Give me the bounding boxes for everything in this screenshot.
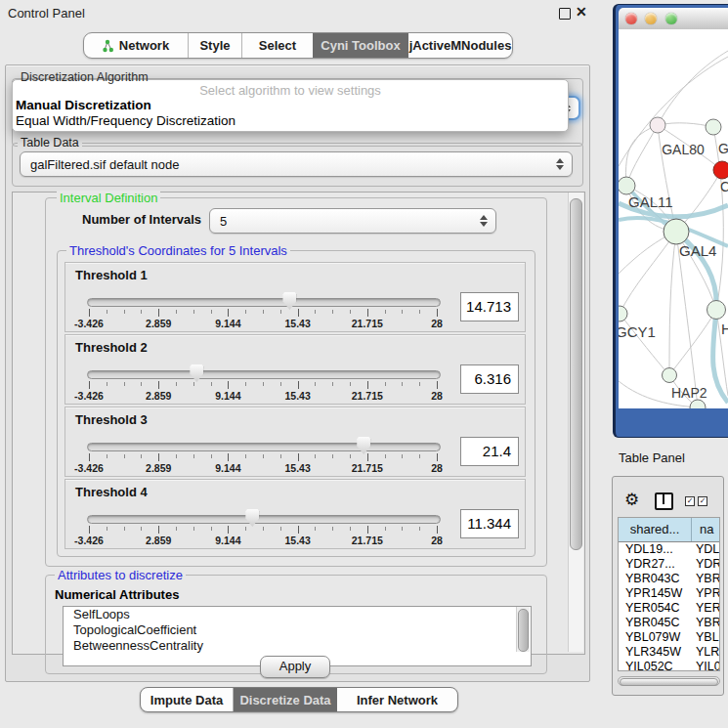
threshold-slider-panel: Threshold 2 -3.4262.8599.14415.4321.7152… — [64, 334, 526, 405]
threshold-value-field[interactable]: 21.4 — [460, 437, 519, 466]
control-panel-titlebar: Control Panel ✕ — [0, 0, 598, 25]
label-gal11: GAL11 — [628, 193, 673, 210]
node-top-right[interactable] — [706, 119, 721, 135]
threshold-slider-panel: Threshold 3 -3.4262.8599.14415.4321.7152… — [64, 407, 526, 477]
attribute-list-item[interactable]: TopologicalCoefficient — [64, 622, 531, 638]
table-horizontal-scrollbar-thumb[interactable] — [620, 678, 718, 686]
slider-track[interactable] — [87, 370, 441, 379]
algorithm-dropdown-popup: Select algorithm to view settings Manual… — [12, 79, 569, 132]
table-row[interactable]: YBR043CYBR0 — [619, 572, 719, 586]
threshold-label: Threshold 3 — [75, 412, 148, 427]
label-h-cut: H — [721, 321, 728, 337]
node-attribute-table: shared... na YDL19...YDL1YDR27...YDR2YBR… — [618, 517, 720, 671]
label-gal4: GAL4 — [679, 242, 716, 259]
threshold-label: Threshold 2 — [75, 340, 148, 355]
attribute-list-item[interactable]: SelfLoops — [64, 607, 531, 622]
slider-thumb[interactable] — [190, 364, 203, 382]
minimize-traffic-light-icon[interactable] — [645, 13, 657, 24]
node-hap2[interactable] — [663, 368, 677, 383]
slider-ticks — [89, 453, 437, 462]
tab-label: Network — [119, 38, 169, 53]
table-body: YDL19...YDL1YDR27...YDR2YBR043CYBR0YPR14… — [619, 542, 719, 671]
node-red-selected[interactable] — [713, 161, 728, 179]
slider-track[interactable] — [87, 443, 441, 451]
table-data-value: galFiltered.sif default node — [21, 157, 556, 172]
table-row[interactable]: YDR27...YDR2 — [619, 557, 719, 572]
tab-style[interactable]: Style — [189, 33, 242, 58]
table-row[interactable]: YBL079WYBL0 — [619, 630, 719, 645]
threshold-value-field[interactable]: 14.713 — [460, 292, 519, 321]
table-row[interactable]: YIL052CYIL0 — [619, 660, 719, 671]
node-bottom-partial[interactable] — [690, 400, 706, 408]
attributes-scrollbar-thumb[interactable] — [518, 609, 529, 652]
label-gal80: GAL80 — [662, 142, 705, 157]
dropdown-option-equal-width[interactable]: Equal Width/Frequency Discretization — [13, 113, 568, 129]
threshold-value-field[interactable]: 6.316 — [460, 364, 519, 394]
table-row[interactable]: YLR345WYLR3 — [619, 645, 719, 660]
table-panel-title: Table Panel — [619, 450, 685, 465]
tab-network[interactable]: Network — [84, 33, 189, 58]
node-gal4[interactable] — [664, 219, 689, 244]
table-row[interactable]: YDL19...YDL1 — [619, 542, 719, 557]
slider-thumb[interactable] — [357, 437, 370, 454]
attribute-list-item[interactable]: BetweennessCentrality — [64, 638, 531, 654]
interval-definition-label: Interval Definition — [57, 191, 160, 205]
table-data-label: Table Data — [18, 136, 82, 150]
apply-button[interactable]: Apply — [260, 656, 330, 678]
checkbox-icon-1[interactable]: ✓ — [685, 496, 695, 506]
network-icon — [103, 39, 113, 53]
network-canvas[interactable]: GAL80 GA C GAL11 GAL4 GCY1 H HAP2 — [619, 29, 728, 408]
checkbox-icon-2[interactable]: ✓ — [698, 496, 707, 506]
zoom-traffic-light-icon[interactable] — [665, 13, 677, 24]
slider-track[interactable] — [87, 515, 441, 524]
table-row[interactable]: YER054CYER0 — [619, 601, 719, 616]
tab-infer-network[interactable]: Infer Network — [337, 688, 457, 711]
float-window-icon[interactable] — [559, 8, 571, 20]
threshold-slider-panel: Threshold 4 -3.4262.8599.14415.4321.7152… — [64, 479, 526, 549]
label-hap2: HAP2 — [671, 385, 707, 401]
number-of-intervals-combobox[interactable]: 5 — [209, 208, 496, 234]
node-gal80[interactable] — [650, 117, 665, 133]
column-header-name[interactable]: na — [692, 518, 719, 541]
slider-track[interactable] — [87, 298, 441, 307]
tab-cyni-toolbox[interactable]: Cyni Toolbox — [313, 33, 408, 58]
slider-tick-labels: -3.4262.8599.14415.4321.71528 — [89, 535, 437, 546]
number-of-intervals-value: 5 — [210, 214, 480, 229]
table-data-combobox[interactable]: galFiltered.sif default node — [20, 151, 573, 177]
tab-impute-data[interactable]: Impute Data — [141, 688, 234, 711]
discretization-algorithm-label: Discretization Algorithm — [18, 70, 151, 84]
threshold-label: Threshold 4 — [75, 485, 148, 499]
tab-jactivemnodules[interactable]: jActiveMNodules — [408, 33, 512, 58]
threshold-value-field[interactable]: 11.344 — [460, 509, 519, 538]
tab-discretize-data[interactable]: Discretize Data — [234, 688, 337, 711]
column-header-shared[interactable]: shared... — [619, 518, 692, 541]
slider-tick-labels: -3.4262.8599.14415.4321.71528 — [89, 462, 437, 474]
table-row[interactable]: YPR145WYPR1 — [619, 586, 719, 601]
node-gcy1[interactable] — [619, 306, 627, 321]
slider-tick-labels: -3.4262.8599.14415.4321.71528 — [89, 318, 437, 329]
split-table-icon[interactable] — [655, 492, 673, 510]
dropdown-option-manual[interactable]: Manual Discretization — [13, 98, 568, 113]
threshold-sliders: Threshold 1 -3.4262.8599.14415.4321.7152… — [64, 262, 526, 551]
slider-thumb[interactable] — [282, 292, 296, 310]
numerical-attributes-label: Numerical Attributes — [55, 587, 179, 602]
attributes-section-label: Attributes to discretize — [55, 568, 186, 582]
close-traffic-light-icon[interactable] — [625, 13, 637, 24]
combo-arrows-icon — [480, 215, 488, 227]
dropdown-placeholder-item: Select algorithm to view settings — [13, 83, 568, 98]
label-gcy1: GCY1 — [619, 323, 656, 340]
node-gal11[interactable] — [619, 177, 635, 194]
screen: Control Panel ✕ Network Style Select Cyn… — [0, 0, 728, 728]
gear-icon[interactable]: ⚙ — [624, 490, 639, 510]
node-right-mid[interactable] — [707, 301, 726, 320]
vertical-scrollbar-thumb[interactable] — [570, 198, 582, 550]
slider-thumb[interactable] — [245, 509, 259, 527]
panel-title: Control Panel — [8, 6, 85, 21]
thresholds-section-label: Threshold's Coordinates for 5 Intervals — [66, 243, 290, 258]
bottom-tabbar: Impute Data Discretize Data Infer Networ… — [140, 687, 458, 712]
top-tabbar: Network Style Select Cyni Toolbox jActiv… — [83, 32, 513, 59]
table-row[interactable]: YBR045CYBR0 — [619, 616, 719, 630]
slider-ticks — [89, 526, 437, 535]
close-icon[interactable]: ✕ — [576, 4, 587, 20]
tab-select[interactable]: Select — [242, 33, 313, 58]
